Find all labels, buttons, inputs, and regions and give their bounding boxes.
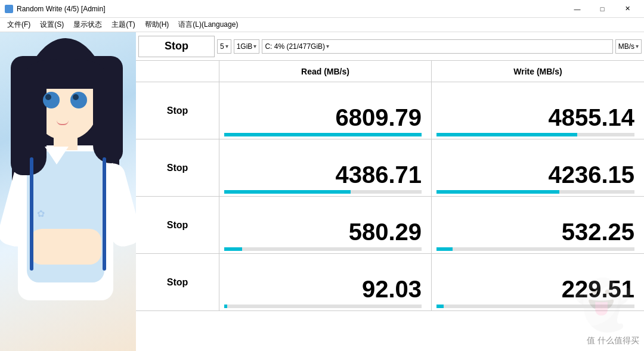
drive-value: C: 4% (21/477GiB) [265, 42, 325, 51]
header-label-cell [136, 61, 219, 82]
benchmark-container: Stop 5 ▾ 1GiB ▾ C: 4% (21/477GiB) ▾ MB/s… [136, 32, 644, 351]
block-size-arrow: ▾ [253, 43, 256, 49]
app-icon [5, 5, 13, 13]
anime-character-area: ✿ [0, 32, 136, 351]
header-read: Read (MB/s) [219, 61, 432, 82]
window-title: Random Write (4/5) [Admin] [17, 5, 106, 13]
menu-help[interactable]: 帮助(H) [140, 18, 174, 31]
write-progress-row2 [436, 190, 634, 194]
unit-arrow: ▾ [636, 43, 639, 49]
char-eye-right [70, 92, 87, 108]
write-bar-row4 [436, 305, 444, 308]
empty-row [136, 311, 644, 333]
read-progress-row1 [224, 133, 422, 136]
read-bar-row4 [224, 305, 227, 308]
char-collar [45, 147, 69, 164]
ghost-watermark: 👻 [572, 277, 632, 333]
char-hands [30, 229, 101, 265]
char-bangs [27, 59, 104, 89]
title-bar-left: Random Write (4/5) [Admin] [5, 5, 106, 13]
char-eye-left [43, 92, 60, 108]
stop-button-row2[interactable]: Stop [136, 139, 219, 196]
close-button[interactable]: ✕ [615, 1, 639, 17]
block-size-dropdown[interactable]: 1GiB ▾ [234, 39, 260, 54]
write-bar-row3 [436, 247, 453, 251]
read-progress-row4 [224, 305, 422, 308]
title-bar: Random Write (4/5) [Admin] — □ ✕ [0, 0, 644, 18]
read-progress-row2 [224, 190, 422, 194]
char-flower: ✿ [37, 208, 47, 218]
read-cell-row2: 4386.71 [219, 139, 432, 196]
stop-button-row3[interactable]: Stop [136, 197, 219, 253]
drive-arrow: ▾ [326, 43, 329, 49]
menu-bar: 文件(F) 设置(S) 显示状态 主题(T) 帮助(H) 语言(L)(Langu… [0, 18, 644, 32]
stop-button-row1[interactable]: Stop [136, 82, 219, 139]
menu-status[interactable]: 显示状态 [69, 18, 107, 31]
queue-depth-dropdown[interactable]: 5 ▾ [217, 39, 231, 54]
queue-depth-arrow: ▾ [225, 43, 228, 49]
maximize-button[interactable]: □ [590, 1, 614, 17]
table-header: Read (MB/s) Write (MB/s) [136, 61, 644, 82]
read-value-row3: 580.29 [349, 220, 422, 244]
write-value-row2: 4236.15 [548, 163, 634, 187]
read-progress-row3 [224, 247, 422, 251]
write-value-row1: 4855.14 [548, 105, 634, 129]
unit-dropdown[interactable]: MB/s ▾ [615, 39, 642, 54]
table-row: Stop 92.03 229.51 [136, 254, 644, 311]
minimize-button[interactable]: — [565, 1, 589, 17]
write-cell-row2: 4236.15 [432, 139, 644, 196]
read-bar-row2 [224, 190, 351, 194]
menu-settings[interactable]: 设置(S) [35, 18, 69, 31]
read-cell-row3: 580.29 [219, 197, 432, 253]
table-row: Stop 6809.79 4855.14 [136, 82, 644, 139]
table-row: Stop 580.29 532.25 [136, 197, 644, 254]
write-progress-row3 [436, 247, 634, 251]
stop-button-top[interactable]: Stop [138, 36, 215, 57]
read-cell-row1: 6809.79 [219, 82, 432, 139]
queue-depth-value: 5 [220, 42, 224, 51]
read-cell-row4: 92.03 [219, 254, 432, 310]
menu-theme[interactable]: 主题(T) [107, 18, 140, 31]
read-value-row1: 6809.79 [335, 105, 422, 129]
read-value-row4: 92.03 [362, 277, 422, 301]
write-bar-row2 [436, 190, 559, 194]
watermark-text: 值 什么值得买 [587, 336, 639, 346]
char-stripe-left [30, 157, 33, 271]
char-stripe-right [103, 157, 106, 271]
read-bar-row1 [224, 133, 422, 136]
write-cell-row1: 4855.14 [432, 82, 644, 139]
read-value-row2: 4386.71 [335, 163, 422, 187]
stop-button-row4[interactable]: Stop [136, 254, 219, 310]
main-area: ✿ Stop 5 ▾ 1GiB ▾ C: 4% (21/477GiB) ▾ MB… [0, 32, 644, 351]
write-cell-row3: 532.25 [432, 197, 644, 253]
title-bar-controls: — □ ✕ [565, 1, 639, 17]
write-value-row3: 532.25 [562, 220, 634, 244]
header-write: Write (MB/s) [432, 61, 644, 82]
read-bar-row3 [224, 247, 242, 251]
write-progress-row1 [436, 133, 634, 136]
unit-value: MB/s [618, 42, 634, 51]
block-size-value: 1GiB [237, 42, 253, 51]
drive-dropdown[interactable]: C: 4% (21/477GiB) ▾ [262, 39, 612, 54]
write-bar-row1 [436, 133, 577, 136]
controls-row: Stop 5 ▾ 1GiB ▾ C: 4% (21/477GiB) ▾ MB/s… [136, 32, 644, 61]
table-row: Stop 4386.71 4236.15 [136, 139, 644, 197]
menu-language[interactable]: 语言(L)(Language) [174, 18, 243, 31]
menu-file[interactable]: 文件(F) [2, 18, 35, 31]
